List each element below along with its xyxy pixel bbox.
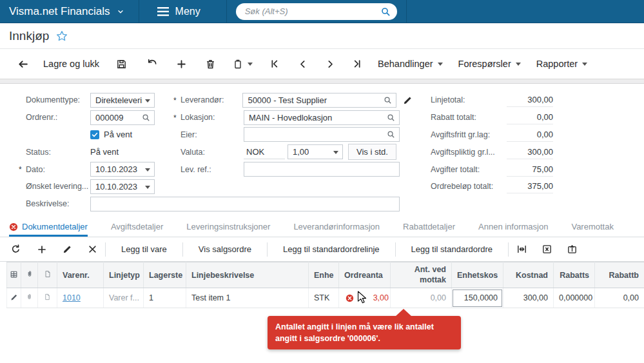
tab-dokumentdetaljer[interactable]: Dokumentdetaljer <box>9 222 88 237</box>
go-previous-icon[interactable] <box>298 59 307 69</box>
col-linjebeskrivelse[interactable]: Linjebeskrivelse <box>186 262 309 288</box>
delete-row-icon[interactable] <box>88 244 97 254</box>
legg-til-vare-button[interactable]: Legg til vare <box>113 244 175 254</box>
linjetotal-value: 300,00 <box>507 93 553 107</box>
go-last-icon[interactable] <box>352 59 362 69</box>
edit-row-icon[interactable] <box>63 244 72 254</box>
go-first-icon[interactable] <box>269 59 280 69</box>
back-button[interactable] <box>17 58 29 70</box>
col-enhetskostnad[interactable]: Enhetskos <box>452 262 503 288</box>
lagersted-cell[interactable]: 1 <box>144 288 186 308</box>
active-cell-editor[interactable]: 150,0000 <box>453 289 502 307</box>
fit-width-icon[interactable] <box>516 244 527 255</box>
edit-supplier-icon[interactable] <box>403 95 413 105</box>
col-kostnad[interactable]: Kostnad <box>503 262 554 288</box>
rabatt-totalt-label: Rabatt totalt: <box>431 113 507 122</box>
col-ordreantall[interactable]: Ordreanta <box>339 262 391 288</box>
tab-error-icon <box>9 222 18 231</box>
tab-annen-informasjon[interactable]: Annen informasjon <box>478 222 548 237</box>
search-icon[interactable] <box>380 6 391 17</box>
required-marker: * <box>173 96 177 105</box>
undo-icon[interactable] <box>146 58 158 70</box>
linjebeskrivelse-cell[interactable]: Test item 1 <box>186 288 309 308</box>
valuta-rate-select[interactable]: 1,00 <box>288 144 343 159</box>
toolbar-separator <box>267 242 268 257</box>
dokumenttype-select[interactable]: Direktelevering <box>90 93 155 108</box>
favorite-star-icon[interactable] <box>55 30 68 43</box>
app-switcher[interactable]: Visma.net Financials <box>0 0 139 23</box>
col-rabattbelop[interactable]: Rabattb <box>595 262 644 288</box>
magnifier-icon[interactable] <box>383 95 393 105</box>
legg-til-standardordre-button[interactable]: Legg til standardordre <box>404 244 500 254</box>
copy-paste-icon[interactable] <box>233 59 243 70</box>
required-marker: * <box>173 113 177 123</box>
kostnad-cell[interactable]: 300,00 <box>503 288 554 308</box>
foresporsler-menu[interactable]: Forespørsler <box>458 59 521 69</box>
note-icon <box>44 293 51 301</box>
eier-lookup[interactable] <box>244 127 400 142</box>
row-note-cell[interactable] <box>38 288 57 308</box>
lokasjon-lookup[interactable]: MAIN - Hovedlokasjon <box>244 110 400 125</box>
leverandor-lookup[interactable]: 50000 - Test Supplier <box>242 93 396 108</box>
ordrebelop-value: 375,00 <box>507 179 553 193</box>
varenr-link[interactable]: 1010 <box>63 293 81 302</box>
grid-toolbar: Legg til vare Vis salgsordre Legg til st… <box>0 237 644 262</box>
vis-salgsordre-button[interactable]: Vis salgsordre <box>191 244 259 254</box>
grid-data-row[interactable]: 1010 Varer f... 1 Test item 1 STK 3,00 0… <box>7 288 644 308</box>
menu-button[interactable]: Meny <box>139 0 226 23</box>
col-enhet[interactable]: Enhe <box>309 262 339 288</box>
lev-ref-input[interactable] <box>249 164 395 174</box>
vis-i-std-button[interactable]: Vis i std. <box>348 144 396 160</box>
linjetype-cell[interactable]: Varer f... <box>109 293 139 302</box>
dropdown-caret <box>438 63 443 66</box>
tab-leverandorinformasjon[interactable]: Leverandørinformasjon <box>293 222 380 237</box>
rabattsats-cell[interactable]: 0,000000 <box>554 288 595 308</box>
delete-icon[interactable] <box>205 59 216 70</box>
copy-paste-dropdown-caret[interactable] <box>248 63 253 66</box>
behandlinger-menu[interactable]: Behandlinger <box>378 59 442 69</box>
onsket-levering-datepicker[interactable]: 10.10.2023 <box>90 179 155 194</box>
magnifier-icon[interactable] <box>386 113 396 123</box>
col-varenr[interactable]: Varenr. <box>57 262 104 288</box>
rabattbelop-cell[interactable]: 0,00 <box>595 288 644 308</box>
enhet-cell[interactable]: STK <box>309 288 339 308</box>
menu-label: Meny <box>175 6 200 17</box>
col-rabattsats[interactable]: Rabatts <box>554 262 595 288</box>
magnifier-icon[interactable] <box>141 113 151 123</box>
search-input[interactable] <box>245 5 380 19</box>
ordrenr-lookup[interactable]: 000009 <box>90 110 155 125</box>
ant-ved-mottak-cell[interactable]: 0,00 <box>391 288 452 308</box>
tab-rabattdetaljer[interactable]: Rabattdetaljer <box>403 222 455 237</box>
tab-leveringsinstruksjoner[interactable]: Leveringsinstruksjoner <box>186 222 270 237</box>
linjetotal-label: Linjetotal: <box>431 95 507 104</box>
add-row-icon[interactable] <box>37 244 47 255</box>
export-excel-icon[interactable] <box>542 244 552 255</box>
row-selector-column-header[interactable] <box>7 262 21 288</box>
magnifier-icon[interactable] <box>386 130 396 139</box>
grid-header-row: Varenr. Linjetyp Lagerste Linjebeskrivel… <box>7 262 644 288</box>
brand-label: Visma.net Financials <box>9 5 110 18</box>
pa-vent-checkbox[interactable] <box>90 130 99 139</box>
totals-panel: Linjetotal: 300,00 Rabatt totalt: 0,00 A… <box>431 92 566 195</box>
save-icon[interactable] <box>116 59 127 70</box>
dato-datepicker[interactable]: 10.10.2023 <box>90 162 155 177</box>
beskrivelse-input[interactable] <box>95 199 395 209</box>
note-icon <box>44 270 52 279</box>
legg-til-standardordrelinje-button[interactable]: Legg til standardordrelinje <box>275 244 387 254</box>
row-attachment-cell[interactable] <box>21 288 38 308</box>
notes-column-header[interactable] <box>38 262 57 288</box>
col-linjetype[interactable]: Linjetyp <box>104 262 144 288</box>
enhetskostnad-cell[interactable]: 150,0000 <box>452 288 503 308</box>
tab-avgiftsdetaljer[interactable]: Avgiftsdetaljer <box>111 222 163 237</box>
add-record-icon[interactable] <box>176 59 187 70</box>
refresh-icon[interactable] <box>10 244 21 255</box>
valuta-currency[interactable]: NOK <box>244 144 285 159</box>
go-next-icon[interactable] <box>326 59 335 69</box>
save-and-close-button[interactable]: Lagre og lukk <box>43 59 99 69</box>
rapporter-menu[interactable]: Rapporter <box>536 59 587 69</box>
col-ant-ved-mottak[interactable]: Ant. ved mottak <box>391 262 452 288</box>
attachments-column-header[interactable] <box>21 262 38 288</box>
upload-icon[interactable] <box>567 244 578 255</box>
col-lagersted[interactable]: Lagerste <box>144 262 186 288</box>
tab-varemottak[interactable]: Varemottak <box>571 222 614 237</box>
